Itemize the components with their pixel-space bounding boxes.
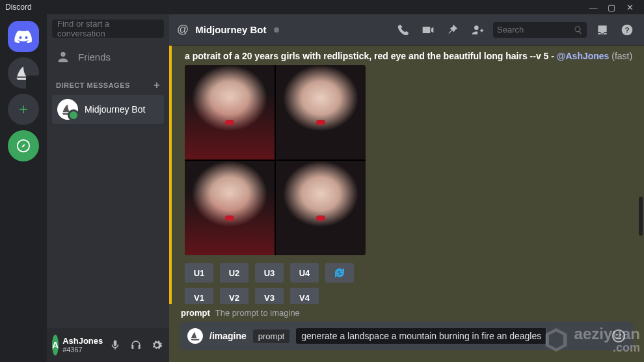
- sailboat-icon: [61, 103, 74, 116]
- inbox-button[interactable]: [593, 21, 611, 39]
- gear-icon: [151, 339, 163, 351]
- conversation-search[interactable]: Find or start a conversation: [52, 20, 164, 38]
- reroll-button[interactable]: [325, 263, 354, 283]
- image-2: [276, 65, 366, 160]
- avatar: [57, 99, 78, 120]
- friends-nav[interactable]: Friends: [47, 43, 169, 70]
- command-avatar: [187, 328, 203, 344]
- upscale-row: U1 U2 U3 U4: [185, 263, 634, 283]
- user-tag: #4367: [62, 346, 103, 354]
- add-user-icon: [471, 23, 484, 36]
- chat-search[interactable]: Search: [493, 22, 587, 38]
- user-avatar[interactable]: A: [52, 335, 59, 355]
- prompt-mode: (fast): [609, 51, 632, 61]
- headphones-icon: [130, 339, 142, 351]
- chat-panel: @ Midjourney Bot Search ? a potrait of a…: [169, 14, 644, 362]
- svg-text:?: ?: [624, 25, 629, 34]
- smiley-icon: [611, 329, 626, 343]
- prompt-text: a potrait of a 20 years girls with redli…: [185, 51, 548, 61]
- image-1: [185, 65, 275, 160]
- microphone-icon: [109, 339, 121, 351]
- v3-button[interactable]: V3: [255, 288, 284, 304]
- u4-button[interactable]: U4: [290, 263, 319, 283]
- sailboat-icon: [190, 331, 200, 341]
- settings-button[interactable]: [148, 337, 165, 354]
- window-maximize-button[interactable]: ▢: [602, 3, 621, 12]
- sailboat-icon: [15, 64, 32, 81]
- mute-button[interactable]: [107, 337, 124, 354]
- dm-column: Find or start a conversation Friends DIR…: [47, 14, 169, 362]
- pin-icon: [446, 23, 459, 36]
- help-button[interactable]: ?: [618, 21, 636, 39]
- svg-point-3: [613, 330, 624, 342]
- search-icon: [574, 25, 583, 35]
- video-call-button[interactable]: [419, 21, 437, 39]
- window-close-button[interactable]: ✕: [621, 3, 639, 12]
- add-friends-button[interactable]: [468, 21, 487, 39]
- search-placeholder: Search: [497, 25, 570, 35]
- emoji-button[interactable]: [611, 329, 626, 343]
- tip-desc: The prompt to imagine: [215, 308, 300, 318]
- v2-button[interactable]: V2: [220, 288, 248, 304]
- prompt-mention[interactable]: @AshJones: [557, 51, 610, 61]
- tip-label: prompt: [181, 308, 210, 318]
- help-icon: ?: [621, 23, 634, 36]
- scrollbar-thumb[interactable]: [639, 197, 643, 236]
- dm-section-header: DIRECT MESSAGES: [56, 81, 130, 89]
- param-chip: prompt: [253, 329, 289, 343]
- dm-item-midjourney[interactable]: Midjourney Bot: [52, 95, 164, 124]
- variation-row: V1 V2 V3 V4: [185, 288, 634, 304]
- composer-input[interactable]: generate a landspace a mountain burning …: [296, 328, 547, 344]
- pinned-button[interactable]: [444, 21, 462, 39]
- scrollbar[interactable]: [637, 47, 643, 362]
- v1-button[interactable]: V1: [185, 288, 213, 304]
- user-name: AshJones: [62, 337, 103, 346]
- voice-call-button[interactable]: [394, 21, 412, 39]
- slash-command: /imagine: [209, 331, 247, 341]
- video-icon: [422, 23, 435, 36]
- u3-button[interactable]: U3: [255, 263, 284, 283]
- image-3: [185, 161, 275, 255]
- guild-bar: +: [0, 14, 47, 362]
- deafen-button[interactable]: [127, 337, 144, 354]
- app-title: Discord: [5, 3, 32, 12]
- chat-title: Midjourney Bot: [195, 24, 266, 35]
- home-button[interactable]: [8, 21, 39, 52]
- prompt-sep: -: [548, 51, 556, 61]
- compass-icon: [16, 139, 31, 153]
- v4-button[interactable]: V4: [290, 288, 319, 304]
- message-prompt: a potrait of a 20 years girls with redli…: [185, 51, 634, 61]
- inbox-icon: [596, 23, 609, 36]
- status-dot: [274, 27, 279, 33]
- refresh-icon: [334, 267, 345, 279]
- u1-button[interactable]: U1: [185, 263, 213, 283]
- image-4: [276, 161, 366, 255]
- image-grid[interactable]: [185, 65, 366, 255]
- composer-tip: promptThe prompt to imagine: [181, 308, 632, 318]
- create-dm-button[interactable]: +: [154, 79, 160, 91]
- svg-point-5: [619, 334, 621, 336]
- message-composer[interactable]: /imagine prompt generate a landspace a m…: [180, 322, 634, 350]
- dm-item-label: Midjourney Bot: [85, 104, 145, 115]
- server-midjourney[interactable]: [8, 57, 39, 89]
- discord-logo-icon: [14, 30, 33, 43]
- svg-point-4: [616, 334, 618, 336]
- phone-icon: [397, 23, 410, 36]
- user-area: A AshJones #4367: [47, 328, 169, 362]
- at-icon: @: [177, 23, 189, 36]
- discover-button[interactable]: [8, 130, 39, 161]
- add-server-button[interactable]: +: [8, 94, 39, 125]
- window-minimize-button[interactable]: —: [584, 3, 602, 12]
- chat-header: @ Midjourney Bot Search ?: [169, 14, 644, 46]
- u2-button[interactable]: U2: [220, 263, 248, 283]
- friends-label: Friends: [78, 51, 111, 63]
- user-info[interactable]: AshJones #4367: [62, 337, 103, 354]
- friends-icon: [56, 49, 70, 64]
